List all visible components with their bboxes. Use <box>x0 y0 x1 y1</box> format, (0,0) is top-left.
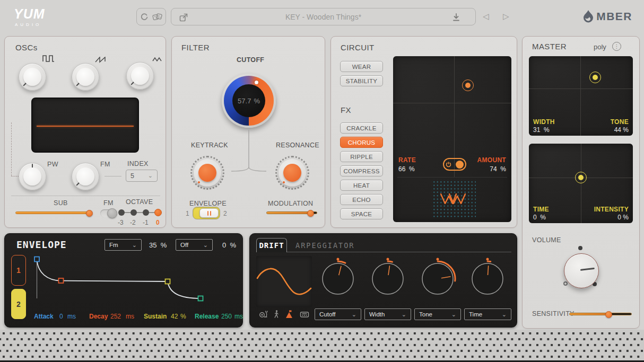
time-intensity-pad[interactable]: TIME 0 % INTENSITY 0 % <box>529 144 633 223</box>
circuit-panel: CIRCUIT WEAR STABILITY FX CRACKLE CHORUS… <box>330 36 517 228</box>
keytrack-knob[interactable] <box>190 156 224 190</box>
amount-value: 74 % <box>490 165 506 173</box>
tab-drift-active[interactable]: DRIFT <box>256 238 287 252</box>
pw-knob[interactable] <box>19 163 46 190</box>
octave-dot-0-selected[interactable] <box>154 209 162 216</box>
octave-rail <box>121 212 158 213</box>
sensitivity-slider[interactable] <box>569 313 632 315</box>
fx-button-space[interactable]: SPACE <box>340 208 383 219</box>
attack-handle <box>34 257 39 262</box>
fx-button-ripple[interactable]: RIPPLE <box>340 151 383 162</box>
decay-value[interactable]: 252 <box>110 313 121 320</box>
osc-waveform-display[interactable] <box>31 98 139 153</box>
sub-slider[interactable] <box>15 211 90 214</box>
envelope-option-1[interactable]: 1 <box>186 210 189 217</box>
drift-knob-3[interactable] <box>416 258 459 300</box>
vehicle-icon[interactable] <box>300 311 309 318</box>
fx-button-echo[interactable]: ECHO <box>340 194 383 205</box>
prev-preset-button[interactable]: ◁ <box>483 12 489 21</box>
drift-target-dropdown-4[interactable]: Time⌄ <box>464 308 511 320</box>
fx-button-crackle[interactable]: CRACKLE <box>340 122 383 134</box>
modulation-label: MODULATION <box>268 200 313 207</box>
circuit-pad-dot[interactable] <box>462 80 474 91</box>
fm-toggle[interactable] <box>100 209 117 217</box>
sub-label: SUB <box>54 199 68 207</box>
osc1-knob[interactable] <box>19 63 46 91</box>
envelope-switch[interactable] <box>193 207 220 219</box>
sustain-label: Sustain <box>144 313 167 320</box>
randomize-dice-icon[interactable] <box>152 12 162 22</box>
power-icon <box>446 162 451 167</box>
fm-knob[interactable] <box>72 163 99 190</box>
release-value[interactable]: 250 <box>221 313 232 320</box>
preset-name[interactable]: KEY - Wooden Things* <box>285 13 361 21</box>
drift-target-dropdown-2[interactable]: Width⌄ <box>364 308 411 320</box>
fx-button-chorus-selected[interactable]: CHORUS <box>340 137 383 148</box>
time-intensity-pad-dot[interactable] <box>575 172 587 183</box>
resonance-knob[interactable] <box>275 156 309 190</box>
octave-dot--2[interactable] <box>130 209 137 216</box>
octave-dot--1[interactable] <box>143 209 149 216</box>
volume-knob[interactable] <box>564 253 599 288</box>
snail-icon[interactable] <box>258 311 268 318</box>
save-preset-icon[interactable] <box>452 13 460 22</box>
stability-button[interactable]: STABILITY <box>340 75 383 86</box>
pw-label: PW <box>47 161 58 168</box>
drift-knob-1[interactable] <box>317 258 359 300</box>
decay-label: Decay <box>89 313 108 320</box>
attack-value[interactable]: 0 <box>59 313 63 320</box>
drift-wave-display[interactable] <box>256 256 312 307</box>
drift-target-dropdown-3[interactable]: Tone⌄ <box>414 308 461 320</box>
circuit-xy-pad[interactable]: RATE 66 % AMOUNT 74 % <box>393 56 511 222</box>
export-preset-icon[interactable] <box>179 13 188 22</box>
options-menu-icon[interactable]: ⋮ <box>612 42 621 51</box>
time-value: 0 % <box>533 214 546 221</box>
amber-logo: MBER <box>582 10 632 23</box>
filter-panel: FILTER CUTOFF 57.7 % KEYTRACK RESONANCE … <box>171 36 325 228</box>
fx-button-heat[interactable]: HEAT <box>340 180 383 191</box>
fx-power-toggle[interactable] <box>443 158 466 171</box>
walking-person-icon[interactable] <box>273 310 280 319</box>
intensity-label: INTENSITY <box>594 206 629 213</box>
sensitivity-slider-handle[interactable] <box>605 311 612 318</box>
drift-knob-4[interactable] <box>466 258 509 300</box>
modulation-slider[interactable] <box>266 211 317 214</box>
circuit-title: CIRCUIT <box>341 43 375 52</box>
preset-bar[interactable]: KEY - Wooden Things* <box>171 8 476 25</box>
voice-mode-label[interactable]: poly <box>594 43 606 51</box>
width-tone-pad[interactable]: WIDTH 31 % TONE 44 % <box>529 56 633 136</box>
drift-knob-2[interactable] <box>367 258 409 300</box>
octave-option-selected[interactable]: 0 <box>156 219 160 226</box>
chevron-down-icon: ⌄ <box>502 311 507 318</box>
index-dropdown[interactable]: 5 ⌄ <box>126 170 158 182</box>
tab-arpeggiator[interactable]: ARPEGGIATOR <box>295 241 354 250</box>
flame-icon <box>582 10 594 23</box>
modulation-slider-handle[interactable] <box>307 210 314 217</box>
octave-option[interactable]: -1 <box>143 219 149 226</box>
envelope-option-2[interactable]: 2 <box>223 210 227 217</box>
osc2-knob[interactable] <box>72 63 99 91</box>
sustain-value[interactable]: 42 <box>171 313 178 320</box>
speaker-grille <box>0 330 644 360</box>
mountain-flag-icon[interactable] <box>285 310 294 319</box>
octave-dot--3[interactable] <box>118 209 125 216</box>
fm-toggle-handle[interactable] <box>107 208 117 218</box>
next-preset-button[interactable]: ▷ <box>503 12 509 21</box>
wear-button[interactable]: WEAR <box>340 61 383 72</box>
osc3-knob[interactable] <box>126 62 154 90</box>
pad-divider <box>397 177 507 178</box>
brand-logo: YUM AUDIO <box>14 6 45 27</box>
undo-icon[interactable] <box>140 13 149 21</box>
fx-button-compress[interactable]: COMPRESS <box>340 165 383 176</box>
octave-option[interactable]: -3 <box>118 219 124 226</box>
volume-mark-left <box>563 281 568 286</box>
envelope-switch-handle[interactable] <box>199 208 219 218</box>
fx-power-toggle-handle <box>456 161 464 169</box>
drift-wave-curve <box>256 256 312 307</box>
drift-speed-icons <box>258 310 309 319</box>
drift-target-dropdown-1[interactable]: Cutoff⌄ <box>315 308 361 320</box>
octave-option[interactable]: -2 <box>130 219 136 226</box>
sub-slider-handle[interactable] <box>86 210 93 217</box>
fx-label: FX <box>341 105 351 114</box>
width-tone-pad-dot[interactable] <box>589 72 601 83</box>
